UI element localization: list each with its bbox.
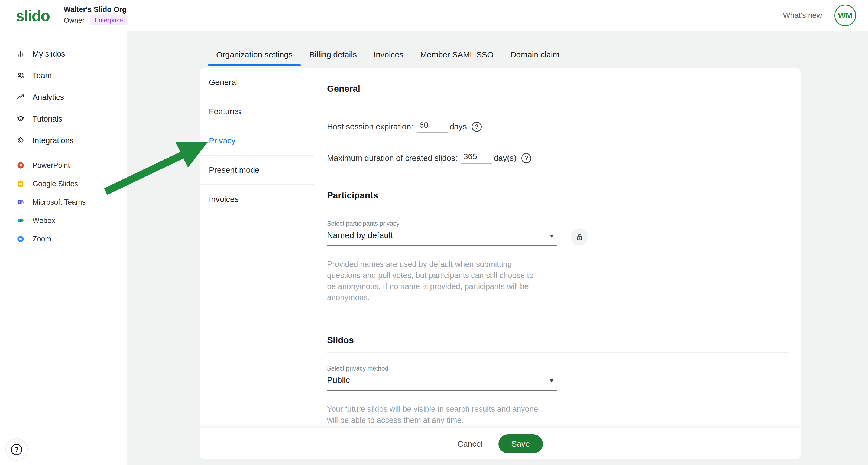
zoom-icon (17, 235, 24, 243)
slidos-privacy-label: Select privacy method (327, 365, 787, 372)
save-button[interactable]: Save (498, 434, 543, 453)
tab-domain-claim[interactable]: Domain claim (502, 50, 568, 68)
sidebar-item-label: My slidos (32, 49, 65, 59)
card-body: General Features Privacy Present mode In… (200, 68, 801, 428)
participants-privacy-select[interactable]: Named by default ▼ (327, 231, 557, 246)
max-duration-input[interactable]: 365 (461, 152, 492, 164)
sidebar: My slidos Team Analytics Tutorials Integ… (0, 31, 126, 465)
sidebar-item-label: PowerPoint (32, 161, 70, 170)
avatar[interactable]: WM (834, 5, 856, 26)
team-icon (16, 71, 25, 80)
sidebar-item-label: Microsoft Teams (32, 198, 86, 206)
slidos-heading: Slidos (327, 335, 787, 345)
sidebar-item-label: Zoom (32, 235, 51, 243)
chevron-down-icon: ▼ (549, 377, 555, 384)
sidebar-item-label: Integrations (32, 136, 74, 145)
sidebar-apps: P PowerPoint Google Slides T Microsoft T… (0, 156, 126, 248)
org-subline: Owner Enterprise (64, 15, 127, 26)
sidebar-item-label: Team (32, 71, 52, 80)
bar-chart-icon (16, 49, 25, 58)
section-divider (327, 101, 787, 101)
host-session-expiration-input[interactable]: 60 (417, 121, 447, 133)
host-session-expiration-label: Host session expiration: (327, 122, 413, 131)
slidos-privacy-row: Public ▼ (327, 375, 787, 391)
participants-privacy-label: Select participants privacy (327, 220, 787, 227)
participants-heading: Participants (327, 190, 787, 201)
sidebar-item-google-slides[interactable]: Google Slides (0, 174, 126, 193)
help-icon: ? (11, 444, 22, 455)
sidebar-item-label: Analytics (32, 93, 64, 102)
svg-text:P: P (19, 163, 22, 168)
privacy-settings-panel: General Host session expiration: 60 days… (314, 68, 801, 428)
ms-teams-icon: T (17, 198, 24, 206)
sidebar-item-zoom[interactable]: Zoom (0, 230, 126, 248)
max-duration-unit: day(s) (494, 154, 516, 163)
help-tooltip-icon[interactable]: ? (521, 153, 531, 163)
sidebar-item-tutorials[interactable]: Tutorials (0, 108, 126, 130)
webex-icon (17, 217, 24, 224)
google-slides-icon (17, 180, 24, 188)
sidebar-item-integrations[interactable]: Integrations (0, 130, 126, 151)
section-divider (327, 353, 787, 353)
help-button[interactable]: ? (5, 438, 28, 461)
org-name: Walter's Slido Org (64, 5, 127, 14)
subnav-item-features[interactable]: Features (200, 97, 314, 126)
slido-logo[interactable]: slido (16, 6, 50, 25)
tab-invoices[interactable]: Invoices (365, 50, 412, 68)
settings-tabs: Organization settings Billing details In… (126, 31, 868, 68)
sidebar-item-powerpoint[interactable]: P PowerPoint (0, 156, 126, 174)
general-heading: General (327, 84, 787, 94)
plan-badge: Enterprise (90, 15, 128, 26)
trending-up-icon (16, 93, 25, 101)
sidebar-item-label: Webex (32, 217, 55, 225)
lock-toggle-button[interactable] (571, 228, 588, 246)
sidebar-item-webex[interactable]: Webex (0, 211, 126, 230)
host-session-expiration-unit: days (450, 122, 467, 131)
topbar-right: What's new WM (783, 5, 856, 26)
chevron-down-icon: ▼ (549, 233, 555, 239)
cancel-button[interactable]: Cancel (457, 439, 483, 449)
subnav-item-privacy[interactable]: Privacy (200, 126, 314, 156)
tab-member-saml-sso[interactable]: Member SAML SSO (412, 50, 502, 68)
slidos-privacy-select[interactable]: Public ▼ (327, 375, 557, 391)
whats-new-link[interactable]: What's new (783, 11, 822, 20)
subnav-item-invoices[interactable]: Invoices (200, 185, 314, 214)
section-divider (327, 208, 787, 208)
host-session-expiration-row: Host session expiration: 60 days ? (327, 121, 787, 133)
sidebar-item-label: Tutorials (32, 114, 62, 124)
sidebar-item-my-slidos[interactable]: My slidos (0, 43, 126, 65)
slidos-privacy-description: Your future slidos will be visible in se… (327, 404, 544, 426)
org-info: Walter's Slido Org Owner Enterprise (64, 5, 127, 26)
max-duration-row: Maximum duration of created slidos: 365 … (327, 152, 787, 164)
sidebar-item-team[interactable]: Team (0, 65, 126, 86)
subnav-item-present-mode[interactable]: Present mode (200, 156, 314, 185)
participants-privacy-group: Select participants privacy Named by def… (327, 220, 787, 303)
powerpoint-icon: P (17, 162, 24, 169)
puzzle-icon (16, 136, 25, 145)
card-footer: Cancel Save (200, 428, 801, 459)
topbar: slido Walter's Slido Org Owner Enterpris… (0, 0, 868, 31)
participants-privacy-value: Named by default (327, 231, 393, 240)
sidebar-item-microsoft-teams[interactable]: T Microsoft Teams (0, 193, 126, 211)
tab-organization-settings[interactable]: Organization settings (208, 50, 301, 68)
settings-subnav: General Features Privacy Present mode In… (200, 68, 314, 428)
slidos-privacy-group: Select privacy method Public ▼ Your futu… (327, 365, 787, 426)
help-tooltip-icon[interactable]: ? (472, 122, 482, 132)
participants-privacy-row: Named by default ▼ (327, 231, 787, 246)
unlock-icon (575, 232, 584, 242)
sidebar-item-label: Google Slides (32, 180, 78, 188)
graduation-cap-icon (16, 114, 25, 123)
participants-privacy-description: Provided names are used by default when … (327, 259, 544, 303)
svg-text:T: T (19, 200, 21, 204)
subnav-item-general[interactable]: General (200, 68, 314, 97)
sidebar-item-analytics[interactable]: Analytics (0, 86, 126, 108)
org-role: Owner (64, 16, 85, 25)
organization-settings-card: General Features Privacy Present mode In… (200, 68, 801, 459)
slidos-privacy-value: Public (327, 375, 350, 385)
tab-billing-details[interactable]: Billing details (301, 50, 365, 68)
max-duration-label: Maximum duration of created slidos: (327, 154, 458, 163)
